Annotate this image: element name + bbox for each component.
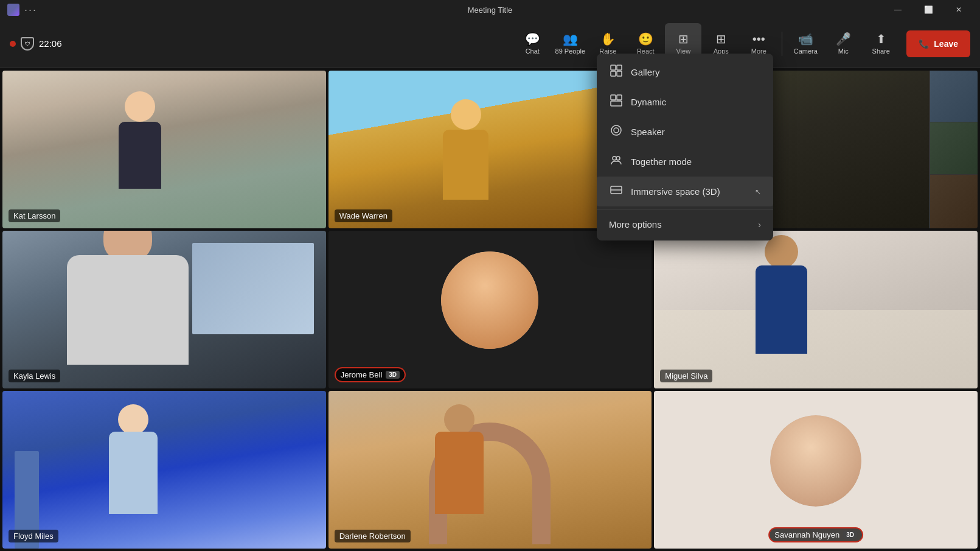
leave-button[interactable]: 📞 Leave bbox=[906, 30, 970, 57]
video-grid: Kat Larsson Wade Warren K bbox=[0, 68, 980, 551]
meeting-title: Meeting Title bbox=[468, 5, 513, 15]
badge-3d-savannah: 3D bbox=[843, 531, 857, 539]
camera-icon: 📹 bbox=[798, 33, 813, 45]
call-timer: 22:06 bbox=[39, 38, 62, 49]
toolbar-av-group: 📹 Camera 🎤 Mic ⬆ Share bbox=[787, 23, 899, 65]
view-option-more[interactable]: More options › bbox=[597, 212, 773, 237]
view-option-immersive[interactable]: Immersive space (3D) ↖ bbox=[597, 177, 773, 206]
badge-3d-jerome: 3D bbox=[386, 371, 400, 379]
view-dropdown-menu: Gallery Dynamic Speaker bbox=[597, 54, 773, 240]
leave-phone-icon: 📞 bbox=[919, 39, 929, 49]
share-icon: ⬆ bbox=[876, 33, 886, 45]
video-cell-darlene: Darlene Robertson bbox=[328, 391, 652, 549]
chat-icon: 💬 bbox=[525, 33, 540, 45]
svg-rect-4 bbox=[611, 95, 616, 100]
svg-rect-2 bbox=[611, 71, 616, 76]
shield-icon: 🛡 bbox=[21, 37, 34, 51]
together-label: Together mode bbox=[631, 156, 692, 167]
dropdown-separator bbox=[597, 209, 773, 209]
view-option-together[interactable]: Together mode bbox=[597, 147, 773, 177]
view-option-dynamic[interactable]: Dynamic bbox=[597, 87, 773, 117]
gallery-icon bbox=[609, 65, 624, 80]
video-cell-savannah: Savannah Nguyen 3D bbox=[654, 391, 978, 549]
recording-indicator bbox=[10, 41, 16, 47]
toolbar: 🛡 22:06 💬 Chat 👥 89 People ✋ Raise 🙂 Rea… bbox=[0, 19, 980, 68]
window-controls: — ⬜ ✕ bbox=[884, 0, 973, 19]
people-button[interactable]: 👥 89 People bbox=[552, 23, 588, 65]
svg-rect-0 bbox=[611, 65, 616, 70]
svg-rect-3 bbox=[617, 71, 622, 76]
title-bar-menu[interactable]: ··· bbox=[24, 4, 37, 16]
label-savannah: Savannah Nguyen 3D bbox=[768, 527, 863, 542]
share-label: Share bbox=[872, 47, 890, 55]
title-bar: ··· Meeting Title — ⬜ ✕ bbox=[0, 0, 980, 19]
svg-rect-6 bbox=[611, 101, 622, 106]
chat-button[interactable]: 💬 Chat bbox=[514, 23, 551, 65]
label-kayla: Kayla Lewis bbox=[9, 370, 60, 382]
more-options-label: More options bbox=[609, 219, 662, 230]
camera-button[interactable]: 📹 Camera bbox=[787, 23, 824, 65]
svg-point-9 bbox=[613, 156, 616, 160]
video-cell-floyd: Floyd Miles bbox=[2, 391, 326, 549]
svg-point-7 bbox=[611, 125, 621, 135]
leave-label: Leave bbox=[934, 39, 958, 49]
share-button[interactable]: ⬆ Share bbox=[863, 23, 899, 65]
svg-point-10 bbox=[616, 156, 620, 160]
chevron-right-icon: › bbox=[758, 220, 761, 230]
label-jerome: Jerome Bell 3D bbox=[335, 367, 406, 382]
video-cell-miguel: Miguel Silva bbox=[654, 231, 978, 388]
video-cell-kayla: Kayla Lewis bbox=[2, 231, 326, 388]
video-cell-jerome: Jerome Bell 3D bbox=[328, 231, 652, 388]
more-icon: ••• bbox=[752, 33, 765, 45]
svg-point-8 bbox=[614, 128, 619, 133]
label-darlene: Darlene Robertson bbox=[335, 530, 411, 542]
gallery-label: Gallery bbox=[631, 67, 660, 77]
apps-icon: ⊞ bbox=[716, 33, 726, 45]
label-miguel: Miguel Silva bbox=[660, 370, 712, 382]
minimize-button[interactable]: — bbox=[884, 0, 912, 19]
label-floyd: Floyd Miles bbox=[9, 530, 58, 542]
video-cell-kat: Kat Larsson bbox=[2, 71, 326, 228]
svg-rect-5 bbox=[617, 95, 622, 100]
toolbar-status: 🛡 22:06 bbox=[10, 37, 62, 51]
chat-label: Chat bbox=[526, 47, 540, 55]
react-icon: 🙂 bbox=[638, 33, 653, 45]
raise-icon: ✋ bbox=[600, 33, 616, 45]
immersive-label: Immersive space (3D) bbox=[631, 186, 720, 197]
app-icon bbox=[7, 4, 19, 16]
view-option-gallery[interactable]: Gallery bbox=[597, 57, 773, 87]
view-option-speaker[interactable]: Speaker bbox=[597, 117, 773, 147]
maximize-button[interactable]: ⬜ bbox=[914, 0, 942, 19]
view-icon: ⊞ bbox=[678, 33, 689, 45]
close-button[interactable]: ✕ bbox=[945, 0, 973, 19]
mic-button[interactable]: 🎤 Mic bbox=[825, 23, 861, 65]
camera-label: Camera bbox=[794, 47, 818, 55]
toolbar-separator bbox=[782, 32, 782, 56]
title-bar-left: ··· bbox=[7, 4, 37, 16]
mic-icon: 🎤 bbox=[836, 33, 851, 45]
mic-label: Mic bbox=[838, 47, 849, 55]
svg-rect-1 bbox=[617, 65, 622, 70]
label-wade: Wade Warren bbox=[335, 209, 392, 222]
cursor-indicator: ↖ bbox=[755, 188, 761, 196]
together-icon bbox=[609, 154, 624, 169]
dynamic-label: Dynamic bbox=[631, 97, 666, 107]
label-kat: Kat Larsson bbox=[9, 209, 60, 222]
people-label: 89 People bbox=[555, 47, 586, 55]
people-icon: 👥 bbox=[563, 33, 578, 45]
speaker-label: Speaker bbox=[631, 127, 665, 137]
dynamic-icon bbox=[609, 94, 624, 110]
speaker-icon bbox=[609, 124, 624, 139]
immersive-icon bbox=[609, 184, 624, 199]
